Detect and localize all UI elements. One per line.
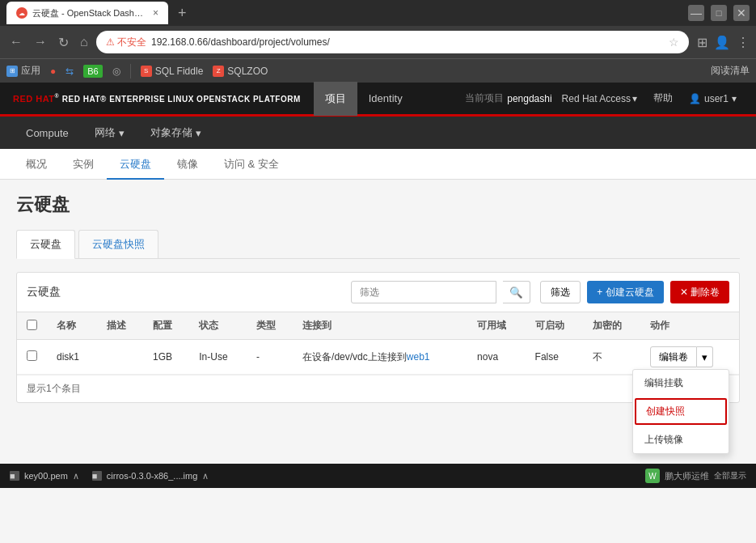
sub-tab-snapshots[interactable]: 云硬盘快照 bbox=[78, 230, 158, 258]
help-button[interactable]: 帮助 bbox=[647, 88, 679, 108]
user-menu-button[interactable]: 👤 user1 ▾ bbox=[682, 90, 743, 108]
edit-volume-button[interactable]: 编辑卷 bbox=[650, 346, 697, 367]
bookmark-icon1[interactable]: ● bbox=[50, 66, 56, 77]
address-input-wrap[interactable]: ⚠ 不安全 192.168.0.66/dashboard/project/vol… bbox=[96, 31, 689, 53]
extensions-icon[interactable]: ⊞ bbox=[697, 35, 707, 50]
nav-item-identity-label: Identity bbox=[369, 92, 403, 104]
col-actions: 动作 bbox=[640, 312, 739, 340]
action-button-group: 编辑卷 ▾ 编辑挂载 创建快照 上传镜像 bbox=[650, 346, 729, 367]
col-status: 状态 bbox=[189, 312, 247, 340]
red-hat-access-button[interactable]: Red Hat Access ▾ bbox=[555, 90, 644, 108]
bookmark-sqlfiddle-label: SQL Fiddle bbox=[155, 66, 204, 77]
menu-icon[interactable]: ⋮ bbox=[737, 35, 750, 50]
sec-nav-network[interactable]: 网络 ▾ bbox=[82, 117, 137, 149]
red-hat-access-dropdown-icon: ▾ bbox=[632, 93, 637, 104]
select-all-header bbox=[17, 312, 47, 340]
tab-overview[interactable]: 概况 bbox=[13, 151, 60, 180]
secondary-nav: Compute 网络 ▾ 对象存储 ▾ bbox=[0, 117, 756, 149]
tab-images[interactable]: 镜像 bbox=[164, 151, 211, 180]
volume-bootable: False bbox=[526, 340, 583, 375]
window-controls: — □ ✕ bbox=[688, 5, 750, 21]
security-warning-icon: ⚠ 不安全 bbox=[106, 36, 146, 49]
bookmark-sqlzoo[interactable]: Z SQLZOO bbox=[213, 66, 268, 77]
close-window-button[interactable]: ✕ bbox=[733, 5, 750, 21]
sec-nav-object-storage-label: 对象存储 bbox=[150, 125, 192, 140]
file-caret-2[interactable]: ∧ bbox=[202, 471, 209, 481]
bookmark-divider bbox=[130, 64, 131, 78]
home-button[interactable]: ⌂ bbox=[77, 32, 91, 53]
col-encrypted: 加密的 bbox=[583, 312, 640, 340]
dropdown-item-edit-mount[interactable]: 编辑挂载 bbox=[633, 370, 729, 397]
tab-volumes[interactable]: 云硬盘 bbox=[107, 151, 164, 180]
new-tab-button[interactable]: + bbox=[175, 5, 190, 22]
nav-item-identity[interactable]: Identity bbox=[357, 82, 414, 116]
volume-az: nova bbox=[467, 340, 525, 375]
browser-tab[interactable]: ☁ 云硬盘 - OpenStack Dashboar... × bbox=[6, 2, 168, 24]
reading-list-label: 阅读清单 bbox=[711, 65, 750, 76]
row-checkbox[interactable] bbox=[27, 350, 37, 361]
back-button[interactable]: ← bbox=[6, 32, 26, 53]
sec-nav-network-dropdown[interactable]: 网络 ▾ bbox=[95, 125, 125, 140]
page-tab-bar: 概况 实例 云硬盘 镜像 访问 & 安全 bbox=[0, 149, 756, 180]
bookmarks-bar: ⊞ 应用 ● ⇆ B6 ◎ S SQL Fiddle Z SQLZOO 阅读清单 bbox=[0, 58, 756, 83]
sec-nav-network-label: 网络 bbox=[95, 125, 116, 140]
reading-list-button[interactable]: 阅读清单 bbox=[711, 64, 750, 78]
bookmark-icon4[interactable]: ◎ bbox=[112, 66, 120, 77]
page-title: 云硬盘 bbox=[16, 193, 740, 217]
dropdown-item-create-snapshot[interactable]: 创建快照 bbox=[635, 398, 727, 425]
current-project-label: 当前项目 bbox=[465, 91, 504, 105]
sub-tab-volumes-label: 云硬盘 bbox=[30, 238, 61, 250]
profile-icon[interactable]: 👤 bbox=[714, 35, 730, 50]
nav-item-project[interactable]: 项目 bbox=[314, 82, 357, 116]
wechat-icon: W bbox=[645, 469, 660, 483]
col-description: 描述 bbox=[97, 312, 143, 340]
top-nav: RED HAT® RED HAT® ENTERPRISE LINUX OPENS… bbox=[0, 83, 756, 117]
table-section-title: 云硬盘 bbox=[27, 285, 61, 299]
table-row: disk1 1GB In-Use - 在设备/dev/vdc上连接到web1 n… bbox=[17, 340, 739, 375]
file-caret-1[interactable]: ∧ bbox=[73, 471, 79, 481]
bookmark-icon2[interactable]: ⇆ bbox=[65, 66, 74, 77]
select-all-checkbox[interactable] bbox=[27, 320, 37, 330]
bottom-bar: ■ key00.pem ∧ ■ cirros-0.3.0-x86_....img… bbox=[0, 464, 756, 488]
table-head: 名称 描述 配置 状态 类型 连接到 可用域 可启动 加密的 动作 bbox=[17, 312, 739, 340]
sub-tab-volumes[interactable]: 云硬盘 bbox=[16, 230, 75, 259]
current-project-name: pengdashi bbox=[507, 93, 551, 104]
reload-button[interactable]: ↻ bbox=[55, 32, 72, 53]
volume-attached-to: 在设备/dev/vdc上连接到web1 bbox=[293, 340, 467, 375]
maximize-button[interactable]: □ bbox=[711, 5, 727, 21]
dropdown-item-upload-image[interactable]: 上传镜像 bbox=[633, 426, 729, 453]
tab-favicon: ☁ bbox=[16, 7, 27, 19]
filter-search-button[interactable]: 🔍 bbox=[503, 281, 530, 303]
bookmark-apps[interactable]: ⊞ 应用 bbox=[6, 64, 40, 78]
forward-button[interactable]: → bbox=[31, 32, 50, 53]
volume-name[interactable]: disk1 bbox=[47, 340, 97, 375]
file-icon-1: ■ bbox=[10, 471, 19, 481]
col-bootable: 可启动 bbox=[526, 312, 583, 340]
col-name: 名称 bbox=[47, 312, 97, 340]
attached-instance-link[interactable]: web1 bbox=[407, 351, 430, 363]
show-all-label[interactable]: 全部显示 bbox=[714, 470, 746, 481]
sec-nav-object-storage-dropdown[interactable]: 对象存储 ▾ bbox=[150, 125, 201, 140]
table-header-columns: 名称 描述 配置 状态 类型 连接到 可用域 可启动 加密的 动作 bbox=[17, 312, 739, 340]
sub-tab-bar: 云硬盘 云硬盘快照 bbox=[16, 230, 740, 259]
create-volume-button[interactable]: + 创建云硬盘 bbox=[587, 281, 663, 303]
tab-instances[interactable]: 实例 bbox=[60, 151, 107, 180]
sec-nav-object-storage[interactable]: 对象存储 ▾ bbox=[137, 117, 214, 149]
minimize-button[interactable]: — bbox=[688, 5, 704, 21]
bookmark-icon3[interactable]: B6 bbox=[83, 65, 102, 78]
sec-nav-network-caret: ▾ bbox=[119, 127, 125, 139]
filter-button[interactable]: 筛选 bbox=[540, 281, 581, 303]
help-label: 帮助 bbox=[653, 92, 673, 104]
action-dropdown-toggle[interactable]: ▾ bbox=[697, 346, 713, 367]
tab-access-security[interactable]: 访问 & 安全 bbox=[211, 151, 292, 180]
bookmark-sqlzoo-label: SQLZOO bbox=[227, 66, 268, 77]
sub-tab-snapshots-label: 云硬盘快照 bbox=[92, 238, 145, 250]
delete-volume-button[interactable]: ✕ 删除卷 bbox=[670, 281, 729, 303]
sec-nav-compute[interactable]: Compute bbox=[13, 117, 82, 149]
bookmark-star-icon[interactable]: ☆ bbox=[669, 36, 679, 49]
bookmark-sqlfiddle[interactable]: S SQL Fiddle bbox=[141, 66, 204, 77]
volumes-table-section: 云硬盘 🔍 筛选 + 创建云硬盘 ✕ 删除卷 名称 描述 配置 状态 类型 bbox=[16, 272, 740, 403]
close-tab-button[interactable]: × bbox=[153, 7, 158, 19]
attached-device-text: 在设备/dev/vdc上连接到 bbox=[302, 351, 407, 363]
filter-input[interactable] bbox=[351, 281, 496, 303]
